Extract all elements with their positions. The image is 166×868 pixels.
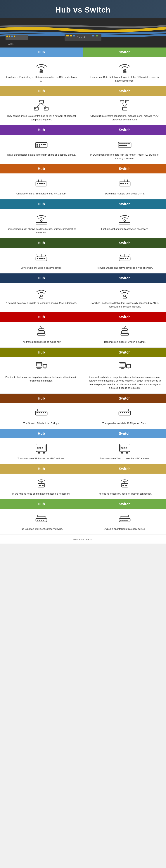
svg-rect-30 [120,100,124,103]
svg-rect-20 [123,71,127,72]
svg-rect-17 [39,71,43,72]
svg-rect-176 [120,517,129,519]
svg-rect-32 [122,107,127,110]
svg-rect-28 [34,108,36,108]
svg-text:http://: http:// [37,446,44,449]
svg-line-25 [41,103,46,107]
switch-icon-8 [117,361,132,374]
switch-text-3: Switch has multiple port bridge 24/48. [105,192,145,195]
switch-cell-5: Network Device and active device is a ty… [83,248,166,273]
hub-text-10: Transmission of Hub uses the MAC address… [18,457,65,460]
svg-rect-49 [126,144,127,144]
svg-rect-166 [39,520,40,521]
hub-text-4: Frame flooding can always be done by bit… [5,227,78,235]
hub-cell-6: A network gateway is unable to recognize… [0,283,83,312]
svg-rect-141 [128,412,129,413]
switch-icon-12 [117,513,132,525]
switch-cell-12: Switch is an intelligent category device… [83,509,166,534]
footer: www.educba.com [0,535,166,544]
hub-text-5: Device type of Hub is a passive device. [21,266,62,270]
switch-header-2: Switch [83,125,166,134]
svg-point-72 [40,220,42,221]
svg-rect-173 [122,520,123,521]
section-header-10: HubSwitch [0,429,166,438]
hub-cell-3: On another hand, The ports of hub is 4/1… [0,174,83,199]
content-row-1: They can be linked via a central hub to … [0,96,166,125]
switch-cell-3: Switch has multiple port bridge 24/48. [83,174,166,199]
switch-cell-11: There is no necessary need for internet … [83,473,166,499]
switch-header-8: Switch [83,348,166,357]
hub-cell-2: In hub transmission data is in the form … [0,134,83,164]
svg-rect-121 [120,363,125,366]
svg-rect-163 [126,485,127,486]
section-header-11: HubSwitch [0,464,166,473]
svg-rect-131 [40,412,42,413]
svg-rect-2 [5,35,28,40]
svg-rect-67 [125,183,126,184]
svg-rect-159 [42,485,44,486]
switch-icon-7 [117,326,132,338]
hub-header-1: Hub [0,86,83,96]
svg-rect-35 [120,101,121,101]
content-row-5: Device type of Hub is a passive device. … [0,248,166,274]
svg-rect-126 [128,368,129,368]
svg-rect-13 [92,35,94,36]
svg-rect-88 [122,258,124,259]
hub-icon-3 [34,177,49,190]
svg-rect-82 [44,258,45,259]
hub-header-5: Hub [0,238,83,248]
switch-cell-7: Transmission mode of Switch is halffull. [83,322,166,347]
hub-header-12: Hub [0,499,83,509]
hub-header-7: Hub [0,312,83,322]
svg-rect-123 [121,368,124,369]
switch-text-8: A network switch is a computer network d… [88,375,161,390]
hub-header-0: Hub [0,48,83,57]
svg-rect-11 [70,35,72,36]
svg-text:http://: http:// [121,446,127,449]
hub-icon-10: http:// [34,442,49,455]
content-row-11: In the hub no need of internet connectio… [0,473,166,500]
switch-text-7: Transmission mode of Switch is halffull. [104,340,146,344]
hub-text-7: The transmission mode of hub is half. [21,340,61,344]
svg-rect-165 [37,520,38,521]
section-header-6: HubSwitch [0,273,166,283]
hub-icon-8 [34,361,49,374]
svg-rect-80 [39,258,40,259]
svg-rect-102 [37,334,45,335]
hub-cell-10: http:// Transmission of Hub uses the MAC… [0,438,83,464]
switch-text-2: In Switch transmission data is in the fo… [88,153,161,160]
svg-line-93 [128,254,129,257]
hub-cell-0: It works in a Physical layer. Hubs are c… [0,57,83,86]
hub-icon-6 [34,286,49,300]
switch-icon-11 [117,477,132,490]
svg-rect-113 [36,363,42,366]
svg-rect-73 [36,222,47,224]
switch-header-0: Switch [83,48,166,57]
content-row-2: In hub transmission data is in the form … [0,134,166,164]
svg-line-105 [41,327,42,328]
switch-cell-1: Allow multiple system connections, manag… [83,96,166,125]
hub-icon-7 [34,326,49,338]
hub-text-6: A network gateway is unable to recognize… [6,301,77,305]
switch-header-11: Switch [83,464,166,473]
switch-header-4: Switch [83,199,166,209]
svg-rect-43 [39,146,40,147]
svg-rect-50 [128,144,129,144]
svg-rect-160 [121,484,128,487]
switch-icon-3 [117,177,132,190]
svg-point-44 [45,144,46,145]
svg-rect-158 [39,485,40,486]
switch-cell-2: In Switch transmission data is in the fo… [83,134,166,164]
switch-icon-6 [117,286,132,300]
svg-rect-51 [119,145,121,146]
svg-rect-10 [66,35,68,36]
svg-rect-40 [41,144,43,145]
svg-rect-133 [45,412,46,413]
content-row-12: Hub is not an intelligent category devic… [0,509,166,535]
svg-rect-169 [37,517,46,519]
section-header-2: HubSwitch [0,125,166,134]
svg-rect-132 [43,412,44,413]
section-header-12: HubSwitch [0,499,166,509]
hub-icon-0 [34,61,49,73]
svg-rect-23 [44,107,48,110]
